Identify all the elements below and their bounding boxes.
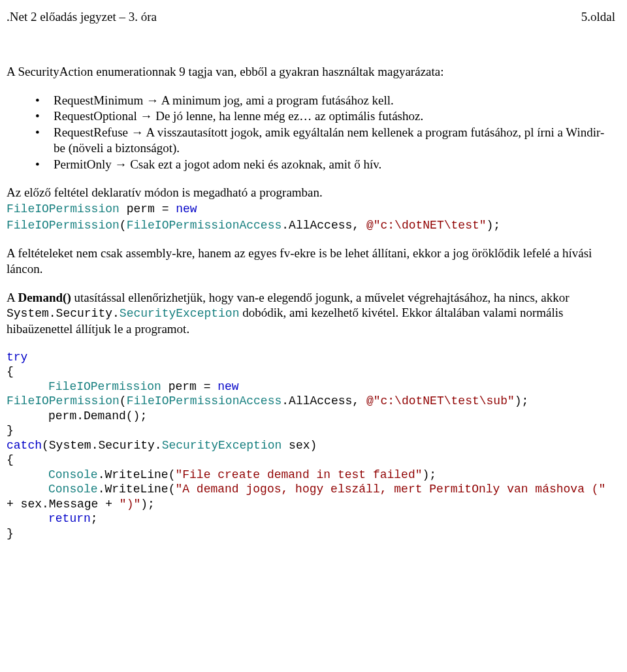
code-text: ); — [515, 394, 529, 408]
list-item: RequestRefuse → A visszautasított jogok,… — [22, 125, 615, 156]
code-line: perm.Demand(); — [7, 409, 615, 424]
code-line: catch(System.Security.SecurityException … — [7, 438, 615, 453]
code-block: try { FileIOPermission perm = new FileIO… — [7, 350, 615, 541]
code-string: ")" — [120, 498, 140, 511]
code-line: Console.WriteLine("File create demand in… — [7, 468, 615, 483]
code-string: @"c:\dotNET\test" — [366, 219, 487, 232]
code-line: { — [7, 453, 615, 468]
code-text: ( — [120, 394, 127, 408]
code-text: ; — [91, 512, 98, 525]
code-class: FileIOPermission — [48, 380, 161, 393]
code-line: } — [7, 423, 615, 438]
code-text: .AllAccess, — [281, 219, 366, 232]
code-class: FileIOPermission — [7, 202, 120, 216]
header-left: .Net 2 előadás jegyzet – 3. óra — [7, 9, 157, 25]
arrow-icon: → — [146, 93, 161, 107]
bullet-term: RequestMinimum — [54, 93, 143, 107]
code-keyword: catch — [7, 439, 42, 452]
code-line: } — [7, 526, 615, 541]
code-text: ( — [120, 219, 127, 232]
intro-paragraph: A SecurityAction enumerationnak 9 tagja … — [7, 64, 615, 80]
code-text: System.Security. — [7, 307, 120, 320]
bullet-list: RequestMinimum → A minimum jog, ami a pr… — [7, 93, 615, 172]
bullet-desc: Csak ezt a jogot adom neki és azoknak, a… — [130, 157, 381, 171]
code-keyword: try — [7, 351, 27, 364]
bullet-desc: A minimum jog, ami a program futásához k… — [161, 93, 394, 107]
code-class: Console — [48, 468, 98, 481]
code-text: perm = — [120, 202, 176, 216]
declarative-block: Az előző feltétel deklaratív módon is me… — [7, 185, 615, 232]
text: utasítással ellenőrizhetjük, hogy van-e … — [71, 291, 570, 304]
code-class: FileIOPermissionAccess — [127, 394, 282, 408]
list-item: PermitOnly → Csak ezt a jogot adom neki … — [22, 157, 615, 172]
code-keyword: new — [217, 380, 238, 393]
bullet-term: PermitOnly — [54, 157, 112, 171]
code-line: Console.WriteLine("A demand jogos, hogy … — [7, 482, 615, 511]
code-class: FileIOPermissionAccess — [127, 219, 282, 232]
code-class: SecurityException — [120, 307, 240, 320]
list-item: RequestMinimum → A minimum jog, ami a pr… — [22, 93, 615, 108]
header-right: 5.oldal — [581, 9, 615, 25]
code-text: + sex.Message + — [7, 498, 120, 511]
code-class: FileIOPermission — [7, 219, 120, 232]
text: A — [7, 291, 18, 304]
code-text: .WriteLine( — [98, 483, 176, 496]
code-line: FileIOPermission(FileIOPermissionAccess.… — [7, 219, 500, 232]
bullet-desc: De jó lenne, ha lenne még ez… az optimál… — [155, 109, 423, 123]
code-text: perm.Demand(); — [48, 409, 147, 423]
code-text: ); — [423, 468, 437, 481]
demand-paragraph: A Demand() utasítással ellenőrizhetjük, … — [7, 290, 615, 337]
code-string: @"c:\dotNET\test\sub" — [366, 394, 515, 408]
code-line: { — [7, 364, 615, 379]
page-header: .Net 2 előadás jegyzet – 3. óra 5.oldal — [7, 9, 615, 25]
code-text: perm = — [161, 380, 217, 393]
code-text: ); — [487, 219, 501, 232]
code-line: FileIOPermission(FileIOPermissionAccess.… — [7, 394, 615, 409]
code-class: FileIOPermission — [7, 394, 120, 408]
list-item: RequestOptional → De jó lenne, ha lenne … — [22, 108, 615, 124]
code-string: "A demand jogos, hogy elszáll, mert Perm… — [175, 483, 605, 496]
code-class: Console — [48, 483, 98, 496]
code-line: FileIOPermission perm = new — [7, 379, 615, 394]
code-line: return; — [7, 511, 615, 526]
bullet-term: RequestRefuse — [54, 125, 128, 139]
code-text: (System.Security. — [42, 439, 162, 452]
arrow-icon: → — [114, 157, 130, 171]
arrow-icon: → — [131, 125, 146, 139]
code-keyword: return — [48, 512, 91, 525]
code-text: ); — [140, 498, 155, 511]
code-keyword: new — [176, 202, 197, 216]
declarative-text: Az előző feltétel deklaratív módon is me… — [7, 185, 323, 199]
code-text: .AllAccess, — [281, 394, 366, 408]
conditions-paragraph: A feltételeket nem csak assembly-kre, ha… — [7, 246, 615, 277]
code-class: SecurityException — [162, 439, 282, 452]
arrow-icon: → — [140, 109, 155, 123]
code-line: FileIOPermission perm = new — [7, 202, 197, 216]
code-text: .WriteLine( — [98, 468, 176, 481]
code-line: try — [7, 350, 615, 365]
code-string: "File create demand in test failed" — [175, 468, 422, 481]
bold-text: Demand() — [18, 291, 71, 304]
code-text: sex) — [281, 439, 317, 452]
bullet-term: RequestOptional — [54, 109, 137, 123]
